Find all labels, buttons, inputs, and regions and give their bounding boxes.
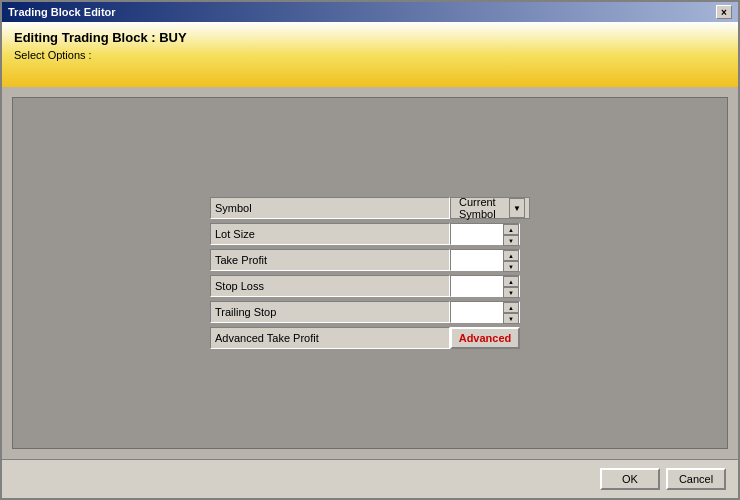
footer-area: OK Cancel [2,459,738,498]
trailing-stop-label: Trailing Stop [210,301,450,323]
header-title: Editing Trading Block : BUY [14,30,726,45]
trailing-stop-row: Trailing Stop 10 ▲ ▼ [210,300,530,324]
lot-size-row: Lot Size 0,01 ▲ ▼ [210,222,530,246]
lot-size-field[interactable]: 0,01 [451,224,499,244]
trailing-stop-field[interactable]: 10 [451,302,499,322]
symbol-value: Current Symbol [455,196,509,220]
lot-size-up-btn[interactable]: ▲ [503,224,519,235]
symbol-row: Symbol Current Symbol ▼ [210,196,530,220]
trailing-stop-spinner: ▲ ▼ [503,302,519,324]
take-profit-label: Take Profit [210,249,450,271]
take-profit-row: Take Profit 50 ▲ ▼ [210,248,530,272]
stop-loss-input[interactable]: 20 ▲ ▼ [450,275,520,297]
main-content: Symbol Current Symbol ▼ Lot Size 0,01 [2,87,738,459]
lot-size-label: Lot Size [210,223,450,245]
stop-loss-label: Stop Loss [210,275,450,297]
take-profit-down-btn[interactable]: ▼ [503,261,519,272]
ok-button[interactable]: OK [600,468,660,490]
advanced-take-profit-label: Advanced Take Profit [210,327,450,349]
take-profit-field[interactable]: 50 [451,250,499,270]
advanced-take-profit-row: Advanced Take Profit Advanced [210,326,530,350]
trailing-stop-down-btn[interactable]: ▼ [503,313,519,324]
stop-loss-down-btn[interactable]: ▼ [503,287,519,298]
stop-loss-field[interactable]: 20 [451,276,499,296]
header-area: Editing Trading Block : BUY Select Optio… [2,22,738,87]
symbol-dropdown[interactable]: Current Symbol ▼ [450,197,530,219]
lot-size-input[interactable]: 0,01 ▲ ▼ [450,223,520,245]
trailing-stop-up-btn[interactable]: ▲ [503,302,519,313]
lot-size-spinner: ▲ ▼ [503,224,519,246]
advanced-button[interactable]: Advanced [450,327,520,349]
form-container: Symbol Current Symbol ▼ Lot Size 0,01 [210,196,530,350]
cancel-button[interactable]: Cancel [666,468,726,490]
inner-panel: Symbol Current Symbol ▼ Lot Size 0,01 [12,97,728,449]
window-title: Trading Block Editor [8,6,116,18]
lot-size-down-btn[interactable]: ▼ [503,235,519,246]
stop-loss-spinner: ▲ ▼ [503,276,519,298]
title-bar: Trading Block Editor × [2,2,738,22]
stop-loss-row: Stop Loss 20 ▲ ▼ [210,274,530,298]
take-profit-up-btn[interactable]: ▲ [503,250,519,261]
symbol-label: Symbol [210,197,450,219]
take-profit-spinner: ▲ ▼ [503,250,519,272]
main-window: Trading Block Editor × Editing Trading B… [0,0,740,500]
dropdown-arrow-icon[interactable]: ▼ [509,198,525,218]
trailing-stop-input[interactable]: 10 ▲ ▼ [450,301,520,323]
stop-loss-up-btn[interactable]: ▲ [503,276,519,287]
take-profit-input[interactable]: 50 ▲ ▼ [450,249,520,271]
close-button[interactable]: × [716,5,732,19]
header-subtitle: Select Options : [14,49,726,61]
